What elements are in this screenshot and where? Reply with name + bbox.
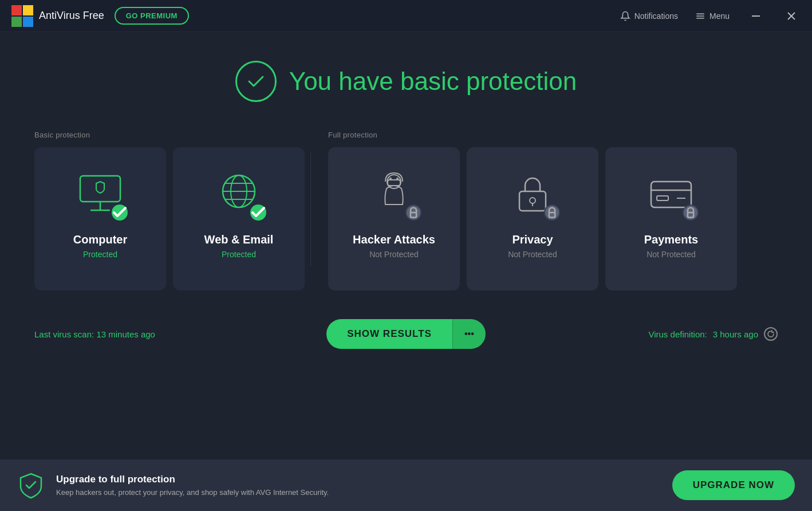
privacy-card-status: Not Protected <box>508 250 557 259</box>
svg-point-21 <box>396 178 399 180</box>
computer-card-status: Protected <box>83 250 117 259</box>
go-premium-button[interactable]: GO PREMIUM <box>115 7 189 25</box>
shield-icon <box>17 471 45 499</box>
hacker-attacks-card[interactable]: Hacker Attacks Not Protected <box>328 147 460 290</box>
last-scan-text: Last virus scan: 13 minutes ago <box>34 329 315 339</box>
hero-status-icon <box>235 61 277 102</box>
virus-definition-text: Virus definition: 3 hours ago <box>497 327 778 341</box>
svg-rect-3 <box>23 17 33 27</box>
basic-cards-row: Computer Protected <box>34 147 305 290</box>
app-logo: AntiVirus Free <box>11 5 104 27</box>
close-button[interactable] <box>782 7 801 25</box>
svg-rect-22 <box>411 213 416 218</box>
upgrade-bar: Upgrade to full protection Keep hackers … <box>0 459 812 511</box>
basic-section-label: Basic protection <box>34 131 305 139</box>
svg-point-24 <box>530 198 535 203</box>
web-email-icon-wrap <box>210 164 267 222</box>
svg-point-20 <box>389 178 392 180</box>
protection-sections: Basic protection <box>34 131 778 290</box>
computer-card[interactable]: Computer Protected <box>34 147 166 290</box>
checkmark-icon <box>246 71 266 92</box>
menu-icon <box>695 11 705 21</box>
web-email-status-badge <box>250 205 266 221</box>
notifications-label: Notifications <box>634 11 678 21</box>
upgrade-now-button[interactable]: UPGRADE NOW <box>672 470 795 500</box>
svg-rect-23 <box>519 191 546 211</box>
refresh-icon <box>767 330 775 338</box>
virus-def-prefix: Virus definition: <box>648 329 707 339</box>
hero-section: You have basic protection <box>34 61 778 102</box>
computer-icon-wrap <box>72 164 129 222</box>
show-results-button[interactable]: SHOW RESULTS <box>326 319 452 349</box>
svg-rect-19 <box>388 180 400 186</box>
bell-icon <box>620 11 630 21</box>
svg-rect-26 <box>549 213 555 218</box>
section-divider <box>310 151 311 266</box>
privacy-icon-wrap <box>504 164 561 222</box>
notifications-button[interactable]: Notifications <box>620 11 678 21</box>
privacy-status-badge <box>544 205 560 221</box>
web-email-card[interactable]: Web & Email Protected <box>173 147 305 290</box>
full-cards-row: Hacker Attacks Not Protected <box>328 147 778 290</box>
hacker-icon-wrap <box>365 164 423 222</box>
payments-status-badge <box>683 205 699 221</box>
svg-rect-2 <box>11 17 22 27</box>
menu-label: Menu <box>709 11 730 21</box>
minimize-button[interactable] <box>747 7 765 25</box>
computer-status-badge <box>112 205 128 221</box>
hacker-card-status: Not Protected <box>369 250 419 259</box>
full-section-label: Full protection <box>328 131 778 139</box>
upgrade-text-block: Upgrade to full protection Keep hackers … <box>56 474 661 497</box>
titlebar: AntiVirus Free GO PREMIUM Notifications … <box>0 0 812 32</box>
full-protection-section: Full protection <box>328 131 778 290</box>
menu-button[interactable]: Menu <box>695 11 730 21</box>
upgrade-subtitle: Keep hackers out, protect your privacy, … <box>56 488 661 497</box>
refresh-button[interactable] <box>764 327 778 341</box>
payments-card[interactable]: Payments Not Protected <box>605 147 737 290</box>
scan-section: Last virus scan: 13 minutes ago SHOW RES… <box>34 319 778 349</box>
last-scan-time: 13 minutes ago <box>96 329 155 339</box>
app-name: AntiVirus Free <box>39 10 104 22</box>
hero-highlight: basic protection <box>400 67 577 95</box>
show-results-wrap: SHOW RESULTS ••• <box>326 319 486 349</box>
svg-rect-29 <box>657 196 668 201</box>
svg-rect-7 <box>752 15 760 17</box>
svg-rect-1 <box>23 5 33 15</box>
close-icon <box>787 12 795 20</box>
hero-title: You have basic protection <box>289 67 577 96</box>
last-scan-prefix: Last virus scan: <box>34 329 96 339</box>
basic-protection-section: Basic protection <box>34 131 305 290</box>
svg-rect-31 <box>688 213 693 218</box>
more-options-button[interactable]: ••• <box>452 319 486 349</box>
payments-icon-wrap <box>642 164 700 222</box>
upgrade-title: Upgrade to full protection <box>56 474 661 485</box>
svg-rect-0 <box>11 5 22 15</box>
payments-card-status: Not Protected <box>647 250 696 259</box>
web-email-card-status: Protected <box>222 250 256 259</box>
hacker-card-title: Hacker Attacks <box>353 233 435 246</box>
virus-def-time: 3 hours ago <box>713 329 758 339</box>
hero-prefix: You have <box>289 67 400 95</box>
avg-logo-icon <box>11 5 33 27</box>
privacy-card[interactable]: Privacy Not Protected <box>467 147 598 290</box>
main-content: You have basic protection Basic protecti… <box>0 32 812 349</box>
hacker-status-badge <box>405 205 421 221</box>
titlebar-actions: Notifications Menu <box>620 7 801 25</box>
